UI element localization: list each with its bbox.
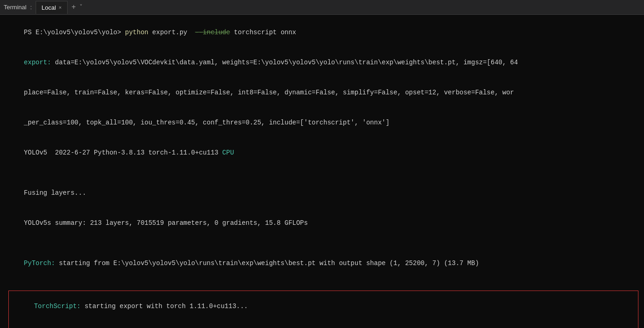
fusing-text: Fusing layers... — [24, 189, 86, 197]
tab-separator: : — [30, 4, 32, 11]
cpu-text: CPU — [222, 149, 234, 156]
args-text: torchscript onnx — [230, 29, 296, 36]
pytorch-label: PyTorch: — [24, 260, 55, 267]
include-flag: --include — [195, 29, 230, 36]
summary-text: YOLOv5s summary: 213 layers, 7015519 par… — [24, 219, 308, 227]
torchscript-line2: TorchScript: export success, saved as E:… — [11, 322, 636, 328]
tab-add-icon[interactable]: + — [69, 3, 78, 12]
pytorch-line: PyTorch: starting from E:\yolov5\yolov5\… — [8, 248, 638, 278]
python-keyword: python — [125, 29, 148, 36]
export-label: export: — [24, 59, 51, 66]
export-line3: _per_class=100, topk_all=100, iou_thres=… — [8, 108, 638, 138]
terminal-label: Terminal — [4, 4, 26, 11]
torchscript-label1: TorchScript: — [34, 303, 81, 310]
summary-line: YOLOv5s summary: 213 layers, 7015519 par… — [8, 208, 638, 238]
empty-line-3 — [8, 278, 638, 289]
empty-line-2 — [8, 238, 638, 248]
terminal-content: PS E:\yolov5\yolov5\yolo> python export.… — [0, 15, 644, 328]
yolo-version-line: YOLOv5 2022-6-27 Python-3.8.13 torch-1.1… — [8, 138, 638, 168]
torchscript-content1: starting export with torch 1.11.0+cu113.… — [81, 303, 248, 310]
tab-close-icon[interactable]: × — [59, 5, 62, 10]
export-line1: export: data=E:\yolov5\yolov5\VOCdevkit\… — [8, 48, 638, 78]
export-content2: place=False, train=False, keras=False, o… — [24, 89, 514, 96]
export-py: export.py — [148, 29, 195, 36]
torchscript-line1: TorchScript: starting export with torch … — [11, 292, 636, 322]
ps-text: PS E:\yolov5\yolov5\yolo> — [24, 29, 125, 36]
pytorch-content: starting from E:\yolov5\yolov5\yolo\runs… — [55, 260, 479, 267]
tab-bar: Terminal : Local × + ˅ — [0, 0, 644, 15]
ps-prompt-line: PS E:\yolov5\yolov5\yolo> python export.… — [8, 18, 638, 48]
export-line2: place=False, train=False, keras=False, o… — [8, 78, 638, 108]
yolo-version: YOLOv5 2022-6-27 Python-3.8.13 torch-1.1… — [24, 149, 222, 156]
export-content1: data=E:\yolov5\yolov5\VOCdevkit\data.yam… — [51, 59, 518, 66]
torchscript-box: TorchScript: starting export with torch … — [8, 291, 638, 328]
tab-local[interactable]: Local × — [36, 1, 68, 14]
fusing-line: Fusing layers... — [8, 178, 638, 208]
empty-line-1 — [8, 168, 638, 178]
export-content3: _per_class=100, topk_all=100, iou_thres=… — [24, 119, 390, 126]
tab-local-label: Local — [42, 4, 56, 11]
tab-dropdown-icon[interactable]: ˅ — [80, 4, 82, 11]
